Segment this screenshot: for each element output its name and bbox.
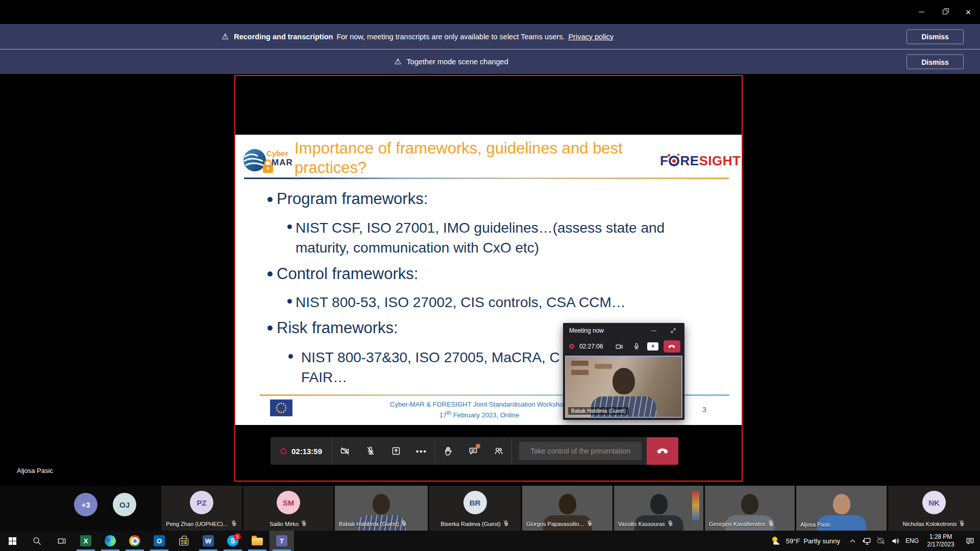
meeting-now-controls: 02:27:06 ×: [563, 338, 684, 355]
foresight-sight: SIGHT: [699, 153, 741, 169]
window-titlebar: ×: [0, 0, 980, 24]
presenter-name-label: Aljosa Pasic: [17, 467, 53, 474]
hang-up-button[interactable]: [647, 437, 678, 465]
participant-name: Peng Zhao (UOPHEC)…: [166, 521, 228, 527]
tray-volume[interactable]: [888, 531, 902, 551]
participant-tile[interactable]: SM Sailio Mirko: [243, 486, 333, 531]
participant-video-tile[interactable]: Giorgos Papavassilio…: [522, 486, 612, 531]
chrome-icon: [129, 535, 140, 546]
take-control-button[interactable]: Take control of the presentation: [519, 442, 642, 460]
partly-sunny-icon: [770, 535, 782, 546]
mic-off-button[interactable]: [358, 437, 383, 465]
avatar: PZ: [190, 491, 213, 514]
share-screen-icon: [391, 446, 401, 456]
mini-hang-up-button[interactable]: [664, 340, 680, 353]
tray-clock[interactable]: 1:28 PM 2/17/2023: [922, 531, 960, 551]
camera-icon: [615, 342, 624, 351]
participant-tile[interactable]: PZ Peng Zhao (UOPHEC)…: [161, 486, 242, 531]
screen: { "banners": { "recording": { "title": "…: [0, 0, 980, 551]
privacy-policy-link[interactable]: Privacy policy: [568, 33, 614, 41]
participant-video-tile[interactable]: Aljosa Pasic: [796, 486, 887, 531]
slide-page-number: 3: [702, 406, 706, 414]
participants-button[interactable]: [486, 437, 511, 465]
participant-video-tile[interactable]: Vassilis Kassouras: [614, 486, 703, 531]
avatar: BR: [463, 491, 487, 514]
participant-name: Giorgos Papavassilio…: [526, 521, 584, 527]
weather-widget[interactable]: 59°F Partly sunny: [765, 531, 845, 551]
taskbar-app-edge[interactable]: [98, 531, 122, 551]
word-icon: W: [203, 535, 214, 546]
dismiss-together-button[interactable]: Dismiss: [906, 55, 964, 69]
recording-indicator-icon: [280, 448, 287, 455]
hang-up-icon: [656, 444, 669, 458]
action-center-button[interactable]: [960, 531, 980, 551]
participant-tile[interactable]: BR Biserka Radeva (Guest): [429, 486, 521, 531]
clock-date: 2/17/2023: [927, 541, 954, 548]
taskbar-app-excel[interactable]: X: [74, 531, 98, 551]
windows-taskbar: X O W S 2 T: [0, 531, 980, 551]
hang-up-icon: [668, 342, 676, 350]
participant-video-tile[interactable]: Babak Habibnia (Guest): [335, 486, 428, 531]
close-button[interactable]: ×: [957, 0, 980, 24]
bullet-icon: [267, 197, 273, 202]
mic-off-icon: [365, 446, 376, 456]
footer-line2: 17th February 2023, Online: [377, 409, 581, 419]
taskbar-app-chrome[interactable]: [122, 531, 147, 551]
participant-video: [612, 368, 635, 394]
timer-value: 02:13:59: [291, 447, 322, 456]
banner-title: Recording and transcription: [234, 33, 333, 41]
shared-screen-frame: Cyber MAR Importance of frameworks, guid…: [234, 75, 743, 482]
mini-mic-button[interactable]: [630, 341, 642, 352]
tray-show-hidden-icons[interactable]: [845, 531, 860, 551]
taskbar-app-word[interactable]: W: [196, 531, 220, 551]
raise-hand-button[interactable]: [435, 437, 460, 465]
tray-language[interactable]: ENG: [902, 531, 922, 551]
slide-title: Importance of frameworks, guidelines and…: [295, 139, 652, 178]
skype-notification-badge: 2: [234, 533, 241, 540]
recording-indicator-icon: [569, 344, 574, 349]
taskbar-app-teams[interactable]: T: [270, 531, 294, 551]
speaker-icon: [891, 536, 900, 546]
outlook-icon: O: [154, 535, 165, 546]
banner-message: Together mode scene changed: [407, 58, 508, 66]
taskbar-app-skype[interactable]: S 2: [220, 531, 245, 551]
mini-minimize-button[interactable]: [648, 325, 660, 336]
chat-button[interactable]: [460, 437, 486, 465]
tray-onedrive[interactable]: [874, 531, 888, 551]
start-button[interactable]: [0, 531, 24, 551]
mini-video-tile[interactable]: Babak Habibnia (Guest): [565, 356, 682, 418]
foresight-o-target-icon: [669, 156, 679, 166]
share-screen-button[interactable]: [383, 437, 409, 465]
task-view-button[interactable]: [49, 531, 74, 551]
camera-off-icon: [340, 446, 350, 456]
mini-expand-button[interactable]: [667, 325, 679, 336]
taskbar-app-store[interactable]: [172, 531, 196, 551]
warning-icon: ⚠: [394, 58, 401, 66]
banner-content: ⚠ Together mode scene changed: [0, 49, 941, 74]
minimize-button[interactable]: [910, 0, 933, 24]
overflow-participants-badge[interactable]: +3: [74, 493, 97, 516]
bullet-icon: [287, 224, 292, 229]
dismiss-recording-button[interactable]: Dismiss: [906, 29, 964, 44]
expand-icon: [670, 328, 676, 334]
taskbar-app-outlook[interactable]: O: [147, 531, 172, 551]
participant-strip: +3 OJ PZ Peng Zhao (UOPHEC)… SM Sailio M…: [0, 486, 980, 531]
mic-off-icon: [401, 520, 407, 528]
participant-avatar[interactable]: OJ: [113, 493, 136, 516]
onedrive-paused-cloud-icon: [876, 536, 886, 546]
participant-name: Sailio Mirko: [270, 521, 299, 527]
restore-button[interactable]: [933, 0, 957, 24]
participant-video-tile[interactable]: Georgios Kavallieratos: [705, 486, 795, 531]
mini-stop-share-button[interactable]: ×: [647, 342, 658, 350]
camera-off-button[interactable]: [332, 437, 358, 465]
participant-name: Babak Habibnia (Guest): [339, 521, 399, 527]
tray-network[interactable]: [860, 531, 874, 551]
mic-off-icon: [503, 520, 509, 528]
participant-tile[interactable]: NK Nicholas Kolokotronis: [888, 486, 980, 531]
taskbar-app-file-explorer[interactable]: [245, 531, 270, 551]
taskbar-search-button[interactable]: [24, 531, 49, 551]
more-actions-button[interactable]: •••: [409, 437, 434, 465]
participant-name: Nicholas Kolokotronis: [903, 521, 957, 527]
meeting-now-title: Meeting now: [569, 327, 604, 334]
mini-camera-button[interactable]: [614, 341, 625, 352]
